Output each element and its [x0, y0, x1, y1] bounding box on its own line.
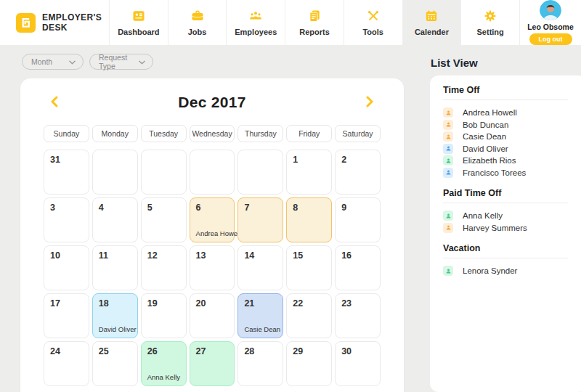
prev-month-button[interactable] — [48, 95, 62, 110]
day-header: Thursday — [237, 125, 283, 142]
nav-label: Setting — [477, 28, 504, 36]
nav-item-setting[interactable]: Setting — [460, 0, 519, 45]
calendar-cell[interactable]: 4 — [92, 197, 138, 242]
nav-item-reports[interactable]: Reports — [285, 0, 344, 45]
person-name: Elizabeth Rios — [463, 156, 516, 165]
request-type-filter-dropdown[interactable]: Request Type — [89, 54, 153, 70]
calendar-cell[interactable]: 18David Oliver — [92, 293, 138, 338]
calendar-cell[interactable]: 27 — [190, 341, 235, 386]
person-name: Bob Duncan — [463, 121, 508, 129]
calendar-cell[interactable]: 21Casie Dean — [237, 293, 283, 338]
calendar-cell[interactable]: 6Andrea Howell — [190, 197, 235, 242]
nav-item-jobs[interactable]: Jobs — [168, 0, 227, 45]
date-number: 6 — [196, 203, 229, 213]
nav-item-employees[interactable]: Employees — [226, 0, 285, 45]
list-section-title: Vacation — [443, 243, 575, 253]
date-number: 17 — [50, 298, 83, 309]
brand: EMPLOYER'S DESK — [0, 0, 109, 45]
day-header: Wednesday — [190, 125, 235, 142]
calendar-cell[interactable]: 22 — [286, 293, 332, 338]
event-label: David Oliver — [99, 325, 137, 333]
list-section-title: Time Off — [443, 85, 575, 95]
date-number: 27 — [196, 346, 229, 356]
day-header: Friday — [286, 125, 332, 142]
list-section: VacationLenora Synder — [443, 243, 575, 277]
calendar-cell[interactable]: 30 — [335, 341, 381, 386]
list-item[interactable]: David Oliver — [443, 143, 575, 155]
nav-item-calender[interactable]: Calender — [402, 0, 461, 45]
gear-icon — [483, 9, 497, 23]
chevron-down-icon — [139, 57, 145, 66]
tools-icon — [366, 9, 381, 23]
calendar-cell[interactable]: 1 — [286, 150, 332, 195]
date-number: 4 — [99, 203, 131, 213]
calendar-cell[interactable]: 26Anna Kelly — [141, 341, 187, 386]
calendar-cell[interactable]: 29 — [286, 341, 332, 386]
calendar-cell[interactable]: 10 — [44, 245, 89, 290]
calendar-cell[interactable] — [237, 150, 283, 195]
date-number: 19 — [147, 298, 180, 309]
next-month-button[interactable] — [362, 95, 376, 110]
logout-button[interactable]: Log out — [529, 33, 572, 45]
nav-label: Jobs — [188, 28, 207, 36]
person-name: Casie Dean — [463, 132, 506, 141]
calendar-cell[interactable]: 14 — [237, 245, 283, 290]
calendar-cell[interactable] — [92, 150, 138, 195]
list-item[interactable]: Andrea Howell — [443, 107, 575, 119]
calendar-cell[interactable]: 17 — [44, 293, 89, 338]
calendar-cell[interactable] — [190, 150, 235, 195]
list-item[interactable]: Bob Duncan — [443, 119, 575, 131]
list-item[interactable]: Anna Kelly — [443, 210, 575, 222]
reports-icon — [307, 9, 322, 23]
calendar-header: Dec 2017 — [44, 91, 381, 113]
calendar-cell[interactable]: 5 — [141, 197, 187, 242]
avatar[interactable] — [540, 0, 561, 20]
calendar-cell[interactable] — [141, 150, 187, 195]
calendar-cell[interactable]: 7 — [237, 197, 283, 242]
briefcase-icon — [190, 9, 205, 23]
brand-line1: EMPLOYER'S — [42, 12, 102, 23]
list-item[interactable]: Harvey Summers — [443, 222, 575, 234]
calendar-cell[interactable]: 11 — [92, 245, 138, 290]
calendar-cell[interactable]: 8 — [286, 197, 332, 242]
calendar-cell[interactable]: 25 — [92, 341, 138, 386]
calendar-cell[interactable]: 24 — [44, 341, 89, 386]
calendar-cell[interactable]: 28 — [237, 341, 283, 386]
list-item[interactable]: Lenora Synder — [443, 265, 575, 277]
calendar-cell[interactable]: 15 — [286, 245, 332, 290]
calendar-cell[interactable]: 20 — [190, 293, 235, 338]
date-number: 29 — [293, 346, 325, 356]
nav-label: Dashboard — [118, 28, 159, 36]
top-bar: EMPLOYER'S DESK Dashboard Jobs Employees — [0, 0, 581, 45]
calendar-cell[interactable]: 3 — [44, 197, 89, 242]
calendar-cell[interactable]: 13 — [190, 245, 235, 290]
nav-item-dashboard[interactable]: Dashboard — [109, 0, 168, 45]
date-number: 25 — [99, 346, 131, 356]
date-number: 26 — [147, 346, 180, 356]
request-type-filter-label: Request Type — [99, 53, 139, 70]
nav-item-tools[interactable]: Tools — [344, 0, 402, 45]
list-item[interactable]: Francisco Torees — [443, 167, 575, 179]
calendar-cell[interactable]: 12 — [141, 245, 187, 290]
calendar-cell[interactable]: 2 — [335, 150, 381, 195]
list-section-title: Paid Time Off — [443, 188, 575, 198]
calendar-cell[interactable]: 19 — [141, 293, 187, 338]
calendar-cell[interactable]: 23 — [335, 293, 381, 338]
date-number: 12 — [147, 250, 180, 261]
calendar-cell[interactable]: 9 — [335, 197, 381, 242]
list-item[interactable]: Elizabeth Rios — [443, 155, 575, 167]
month-filter-dropdown[interactable]: Month — [22, 54, 84, 70]
person-icon — [443, 168, 453, 178]
brand-line2: DESK — [42, 23, 102, 33]
calendar-title: Dec 2017 — [178, 94, 245, 111]
event-label: Andrea Howell — [196, 229, 241, 237]
section-divider — [443, 203, 568, 203]
person-icon — [443, 223, 453, 233]
date-number: 18 — [99, 298, 131, 309]
date-number: 14 — [244, 250, 277, 261]
list-item[interactable]: Casie Dean — [443, 131, 575, 143]
day-header: Sunday — [44, 125, 89, 142]
date-number: 23 — [341, 298, 374, 309]
calendar-cell[interactable]: 31 — [44, 150, 89, 195]
calendar-cell[interactable]: 16 — [335, 245, 381, 290]
